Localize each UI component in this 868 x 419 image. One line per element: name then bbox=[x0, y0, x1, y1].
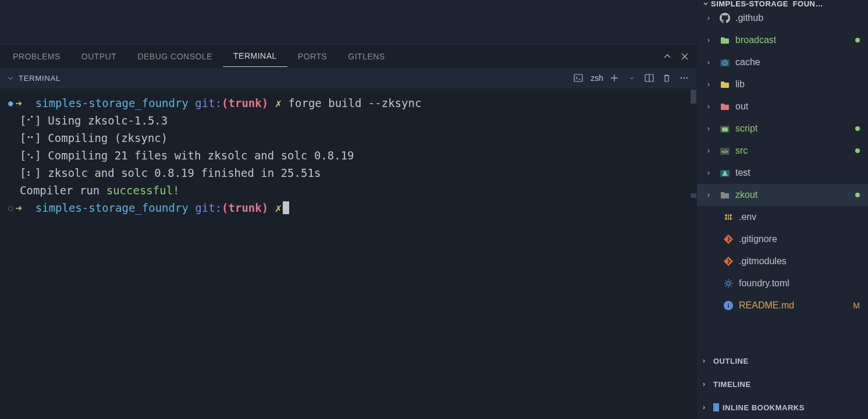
chevron-right-icon: › bbox=[703, 380, 711, 388]
svg-text:</>: </> bbox=[721, 149, 728, 154]
tab-debug-console[interactable]: DEBUG CONSOLE bbox=[127, 46, 223, 67]
terminal-launch-icon[interactable] bbox=[572, 72, 585, 84]
tree-item-label: src bbox=[735, 145, 748, 156]
prompt-dirty-icon: ✗ bbox=[275, 94, 282, 112]
prompt-path: simples-storage_foundry bbox=[35, 94, 188, 112]
chevron-right-icon: › bbox=[703, 357, 711, 365]
terminal-label: TERMINAL bbox=[19, 74, 61, 83]
tree-item-label: script bbox=[735, 123, 757, 134]
shell-name[interactable]: zsh bbox=[590, 73, 603, 83]
svg-text:i: i bbox=[727, 302, 729, 309]
terminal-line: ○ ➜ simples-storage_foundry git: ( trunk… bbox=[8, 199, 688, 216]
folder-icon bbox=[719, 79, 731, 90]
prompt-dot-icon: ○ bbox=[8, 199, 13, 216]
explorer-project-header[interactable]: SIMPLES-STORAGE_FOUN… bbox=[697, 0, 868, 7]
folder-out[interactable]: ›out bbox=[697, 95, 868, 118]
folder-script[interactable]: ›script bbox=[697, 118, 868, 140]
tree-item-label: .gitmodules bbox=[739, 256, 787, 267]
svg-point-2 bbox=[681, 77, 682, 79]
tree-item-label: .env bbox=[739, 212, 756, 222]
src-icon: </> bbox=[719, 145, 731, 157]
folder-zkout[interactable]: ›zkout bbox=[697, 184, 868, 206]
file-foundry.toml[interactable]: foundry.toml bbox=[697, 272, 868, 294]
prompt-dirty-icon: ✗ bbox=[275, 199, 282, 216]
chevron-down-icon bbox=[703, 1, 709, 6]
script-icon bbox=[719, 123, 731, 134]
new-terminal-icon[interactable] bbox=[608, 72, 621, 84]
env-icon bbox=[723, 211, 734, 223]
svg-rect-8 bbox=[722, 127, 728, 132]
terminal-content[interactable]: ● ➜ simples-storage_foundry git: ( trunk… bbox=[0, 88, 696, 419]
prompt-git-close: ) bbox=[262, 94, 268, 112]
chevron-right-icon: › bbox=[703, 403, 711, 411]
tab-terminal[interactable]: TERMINAL bbox=[223, 45, 287, 67]
test-icon bbox=[719, 167, 731, 179]
terminal-output-line: [⠆] zksolc and solc 0.8.19 finished in 2… bbox=[8, 164, 688, 182]
prompt-git-branch: trunk bbox=[229, 94, 262, 112]
tree-item-label: .github bbox=[735, 13, 763, 23]
panel-tabs: PROBLEMS OUTPUT DEBUG CONSOLE TERMINAL P… bbox=[0, 44, 696, 68]
git-status-dot-icon bbox=[855, 148, 860, 153]
svg-point-3 bbox=[684, 77, 685, 79]
prompt-git-label: git: bbox=[195, 94, 222, 112]
tree-item-label: zkout bbox=[735, 190, 757, 200]
close-panel-icon[interactable] bbox=[679, 51, 691, 62]
git-icon bbox=[723, 255, 734, 267]
prompt-arrow-icon: ➜ bbox=[15, 94, 35, 112]
tab-gitlens[interactable]: GITLENS bbox=[337, 46, 395, 67]
tab-ports[interactable]: PORTS bbox=[287, 46, 337, 67]
scrollbar-indicator bbox=[691, 193, 696, 198]
file-README.md[interactable]: iREADME.mdM bbox=[697, 294, 868, 317]
chevron-right-icon: › bbox=[707, 147, 716, 155]
tab-output[interactable]: OUTPUT bbox=[71, 46, 127, 67]
folder-cache[interactable]: ›cache bbox=[697, 51, 868, 73]
terminal-line: ● ➜ simples-storage_foundry git: ( trunk… bbox=[8, 94, 688, 112]
prompt-git-close: ) bbox=[262, 199, 268, 216]
folder-icon bbox=[719, 189, 731, 201]
chevron-right-icon: › bbox=[707, 125, 716, 133]
prompt-arrow-icon: ➜ bbox=[15, 199, 35, 216]
svg-point-18 bbox=[727, 282, 730, 285]
more-actions-icon[interactable] bbox=[678, 72, 691, 84]
svg-rect-0 bbox=[574, 74, 582, 81]
tree-item-label: foundry.toml bbox=[739, 278, 789, 289]
collapse-panel-icon[interactable] bbox=[661, 51, 673, 62]
folder-src[interactable]: ›</>src bbox=[697, 140, 868, 162]
terminal-output-line: Compiler run successful! bbox=[8, 182, 688, 199]
chevron-down-icon[interactable] bbox=[7, 74, 14, 81]
folder-broadcast[interactable]: ›broadcast bbox=[697, 29, 868, 51]
git-icon bbox=[723, 233, 734, 245]
chevron-right-icon: › bbox=[707, 169, 716, 177]
info-icon: i bbox=[723, 300, 734, 311]
gear-icon bbox=[723, 278, 734, 289]
folder-test[interactable]: ›test bbox=[697, 162, 868, 184]
folder-icon bbox=[719, 34, 731, 46]
folder-.github[interactable]: ›.github bbox=[697, 7, 868, 29]
tree-item-label: broadcast bbox=[735, 35, 776, 45]
editor-area bbox=[0, 0, 696, 44]
prompt-path: simples-storage_foundry bbox=[35, 199, 188, 216]
tree-item-label: test bbox=[735, 168, 750, 178]
tree-item-label: .gitignore bbox=[739, 234, 777, 244]
chevron-right-icon: › bbox=[707, 14, 716, 22]
bookmark-icon bbox=[713, 403, 719, 411]
svg-point-4 bbox=[686, 77, 688, 79]
chevron-right-icon: › bbox=[707, 191, 716, 199]
file-.gitignore[interactable]: .gitignore bbox=[697, 228, 868, 250]
tree-item-label: README.md bbox=[739, 300, 794, 311]
tab-problems[interactable]: PROBLEMS bbox=[2, 46, 71, 67]
cache-icon bbox=[719, 56, 731, 68]
outline-section[interactable]: › OUTLINE bbox=[697, 349, 868, 372]
folder-lib[interactable]: ›lib bbox=[697, 73, 868, 95]
kill-terminal-icon[interactable] bbox=[660, 72, 673, 84]
tree-item-label: lib bbox=[735, 79, 745, 90]
split-terminal-icon[interactable] bbox=[643, 72, 656, 84]
new-terminal-chevron-icon[interactable] bbox=[625, 72, 638, 84]
inline-bookmarks-section[interactable]: › INLINE BOOKMARKS bbox=[697, 396, 868, 419]
file-.env[interactable]: .env bbox=[697, 206, 868, 228]
terminal-header: TERMINAL zsh bbox=[0, 68, 696, 88]
prompt-dot-icon: ● bbox=[8, 94, 13, 112]
file-.gitmodules[interactable]: .gitmodules bbox=[697, 250, 868, 272]
git-status-dot-icon bbox=[855, 193, 860, 197]
timeline-section[interactable]: › TIMELINE bbox=[697, 372, 868, 396]
